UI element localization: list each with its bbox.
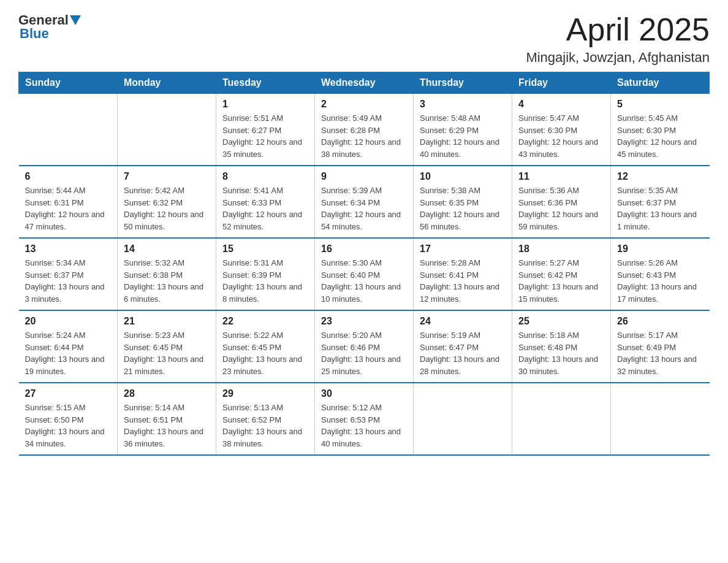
calendar-cell: 16Sunrise: 5:30 AMSunset: 6:40 PMDayligh… (315, 238, 414, 310)
day-number: 6 (25, 171, 112, 182)
day-info: Sunrise: 5:22 AMSunset: 6:45 PMDaylight:… (222, 329, 308, 377)
day-number: 2 (321, 99, 407, 110)
day-info: Sunrise: 5:20 AMSunset: 6:46 PMDaylight:… (321, 329, 407, 377)
day-info: Sunrise: 5:30 AMSunset: 6:40 PMDaylight:… (321, 257, 407, 305)
day-info: Sunrise: 5:13 AMSunset: 6:52 PMDaylight:… (222, 402, 308, 450)
day-number: 7 (124, 171, 210, 182)
day-info: Sunrise: 5:41 AMSunset: 6:33 PMDaylight:… (222, 185, 308, 232)
logo-triangle-icon (70, 15, 81, 26)
day-info: Sunrise: 5:23 AMSunset: 6:45 PMDaylight:… (124, 329, 210, 377)
calendar-week-row: 27Sunrise: 5:15 AMSunset: 6:50 PMDayligh… (19, 383, 710, 455)
day-number: 8 (222, 171, 308, 182)
day-info: Sunrise: 5:47 AMSunset: 6:30 PMDaylight:… (518, 112, 604, 160)
day-number: 14 (124, 243, 210, 255)
calendar-cell: 26Sunrise: 5:17 AMSunset: 6:49 PMDayligh… (611, 310, 710, 383)
day-number: 18 (518, 243, 604, 255)
calendar-header-wednesday: Wednesday (315, 72, 414, 94)
day-number: 28 (124, 388, 210, 399)
calendar-cell: 30Sunrise: 5:12 AMSunset: 6:53 PMDayligh… (315, 383, 414, 455)
day-info: Sunrise: 5:42 AMSunset: 6:32 PMDaylight:… (124, 185, 210, 232)
calendar-week-row: 20Sunrise: 5:24 AMSunset: 6:44 PMDayligh… (19, 310, 710, 383)
calendar-header-saturday: Saturday (611, 72, 710, 94)
day-info: Sunrise: 5:15 AMSunset: 6:50 PMDaylight:… (25, 402, 112, 450)
calendar-table: SundayMondayTuesdayWednesdayThursdayFrid… (18, 72, 710, 456)
calendar-cell: 7Sunrise: 5:42 AMSunset: 6:32 PMDaylight… (118, 166, 216, 238)
day-info: Sunrise: 5:48 AMSunset: 6:29 PMDaylight:… (420, 112, 506, 160)
day-info: Sunrise: 5:49 AMSunset: 6:28 PMDaylight:… (321, 112, 407, 160)
day-info: Sunrise: 5:31 AMSunset: 6:39 PMDaylight:… (222, 257, 308, 305)
day-number: 20 (25, 316, 112, 327)
calendar-cell: 11Sunrise: 5:36 AMSunset: 6:36 PMDayligh… (512, 166, 611, 238)
day-number: 19 (617, 243, 703, 255)
calendar-cell: 9Sunrise: 5:39 AMSunset: 6:34 PMDaylight… (315, 166, 414, 238)
calendar-cell: 8Sunrise: 5:41 AMSunset: 6:33 PMDaylight… (216, 166, 315, 238)
calendar-cell (611, 383, 710, 455)
day-info: Sunrise: 5:35 AMSunset: 6:37 PMDaylight:… (617, 185, 703, 232)
logo: General Blue (18, 12, 81, 42)
calendar-cell: 23Sunrise: 5:20 AMSunset: 6:46 PMDayligh… (315, 310, 414, 383)
day-info: Sunrise: 5:44 AMSunset: 6:31 PMDaylight:… (25, 185, 112, 232)
day-number: 30 (321, 388, 407, 399)
day-info: Sunrise: 5:45 AMSunset: 6:30 PMDaylight:… (617, 112, 703, 160)
calendar-cell: 18Sunrise: 5:27 AMSunset: 6:42 PMDayligh… (512, 238, 611, 310)
day-number: 9 (321, 171, 407, 182)
svg-marker-0 (70, 15, 81, 25)
day-number: 29 (222, 388, 308, 399)
calendar-cell (19, 94, 118, 166)
calendar-cell: 1Sunrise: 5:51 AMSunset: 6:27 PMDaylight… (216, 94, 315, 166)
day-number: 23 (321, 316, 407, 327)
calendar-cell: 15Sunrise: 5:31 AMSunset: 6:39 PMDayligh… (216, 238, 315, 310)
day-info: Sunrise: 5:39 AMSunset: 6:34 PMDaylight:… (321, 185, 407, 232)
day-info: Sunrise: 5:12 AMSunset: 6:53 PMDaylight:… (321, 402, 407, 450)
day-number: 25 (518, 316, 604, 327)
day-info: Sunrise: 5:51 AMSunset: 6:27 PMDaylight:… (222, 112, 308, 160)
calendar-cell: 17Sunrise: 5:28 AMSunset: 6:41 PMDayligh… (414, 238, 512, 310)
calendar-cell: 5Sunrise: 5:45 AMSunset: 6:30 PMDaylight… (611, 94, 710, 166)
day-number: 5 (617, 99, 703, 110)
calendar-header-friday: Friday (512, 72, 611, 94)
day-number: 17 (420, 243, 506, 255)
calendar-header-thursday: Thursday (414, 72, 512, 94)
day-info: Sunrise: 5:27 AMSunset: 6:42 PMDaylight:… (518, 257, 604, 305)
calendar-cell: 20Sunrise: 5:24 AMSunset: 6:44 PMDayligh… (19, 310, 118, 383)
day-number: 3 (420, 99, 506, 110)
calendar-header-monday: Monday (118, 72, 216, 94)
day-info: Sunrise: 5:17 AMSunset: 6:49 PMDaylight:… (617, 329, 703, 377)
calendar-cell: 2Sunrise: 5:49 AMSunset: 6:28 PMDaylight… (315, 94, 414, 166)
day-number: 1 (222, 99, 308, 110)
day-number: 11 (518, 171, 604, 182)
calendar-cell: 13Sunrise: 5:34 AMSunset: 6:37 PMDayligh… (19, 238, 118, 310)
calendar-cell (118, 94, 216, 166)
calendar-cell: 12Sunrise: 5:35 AMSunset: 6:37 PMDayligh… (611, 166, 710, 238)
day-info: Sunrise: 5:28 AMSunset: 6:41 PMDaylight:… (420, 257, 506, 305)
calendar-week-row: 6Sunrise: 5:44 AMSunset: 6:31 PMDaylight… (19, 166, 710, 238)
calendar-cell: 4Sunrise: 5:47 AMSunset: 6:30 PMDaylight… (512, 94, 611, 166)
calendar-cell: 14Sunrise: 5:32 AMSunset: 6:38 PMDayligh… (118, 238, 216, 310)
day-info: Sunrise: 5:32 AMSunset: 6:38 PMDaylight:… (124, 257, 210, 305)
day-number: 26 (617, 316, 703, 327)
calendar-cell: 25Sunrise: 5:18 AMSunset: 6:48 PMDayligh… (512, 310, 611, 383)
day-info: Sunrise: 5:24 AMSunset: 6:44 PMDaylight:… (25, 329, 112, 377)
day-info: Sunrise: 5:36 AMSunset: 6:36 PMDaylight:… (518, 185, 604, 232)
day-number: 10 (420, 171, 506, 182)
calendar-cell: 27Sunrise: 5:15 AMSunset: 6:50 PMDayligh… (19, 383, 118, 455)
day-number: 4 (518, 99, 604, 110)
day-number: 13 (25, 243, 112, 255)
calendar-cell: 22Sunrise: 5:22 AMSunset: 6:45 PMDayligh… (216, 310, 315, 383)
day-info: Sunrise: 5:26 AMSunset: 6:43 PMDaylight:… (617, 257, 703, 305)
title-block: April 2025 Mingajik, Jowzjan, Afghanista… (526, 12, 710, 66)
calendar-cell: 21Sunrise: 5:23 AMSunset: 6:45 PMDayligh… (118, 310, 216, 383)
calendar-cell: 10Sunrise: 5:38 AMSunset: 6:35 PMDayligh… (414, 166, 512, 238)
day-info: Sunrise: 5:38 AMSunset: 6:35 PMDaylight:… (420, 185, 506, 232)
calendar-cell: 3Sunrise: 5:48 AMSunset: 6:29 PMDaylight… (414, 94, 512, 166)
calendar-cell: 28Sunrise: 5:14 AMSunset: 6:51 PMDayligh… (118, 383, 216, 455)
day-number: 24 (420, 316, 506, 327)
calendar-cell: 24Sunrise: 5:19 AMSunset: 6:47 PMDayligh… (414, 310, 512, 383)
calendar-week-row: 13Sunrise: 5:34 AMSunset: 6:37 PMDayligh… (19, 238, 710, 310)
calendar-header-row: SundayMondayTuesdayWednesdayThursdayFrid… (19, 72, 710, 94)
page-header: General Blue April 2025 Mingajik, Jowzja… (18, 12, 710, 66)
calendar-cell (512, 383, 611, 455)
day-number: 16 (321, 243, 407, 255)
month-title: April 2025 (526, 12, 710, 47)
day-number: 22 (222, 316, 308, 327)
